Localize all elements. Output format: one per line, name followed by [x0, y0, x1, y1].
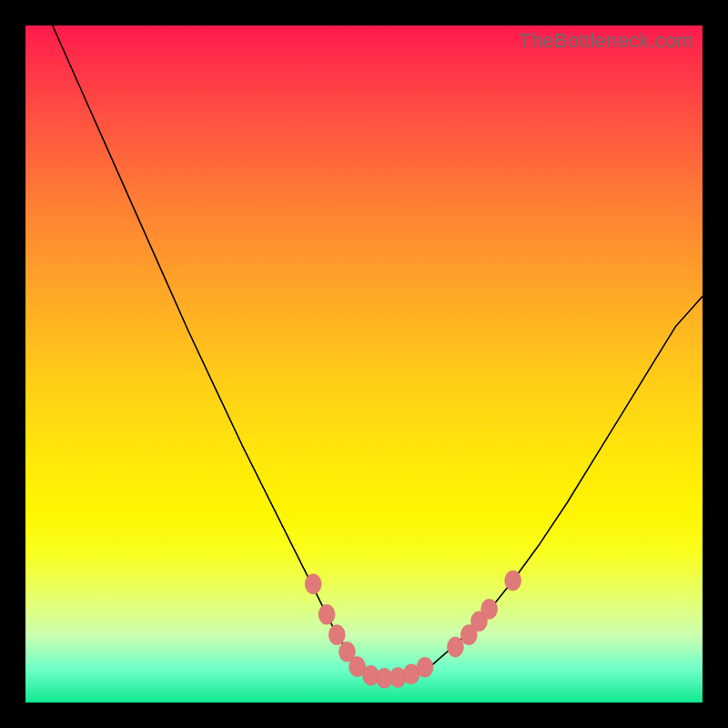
data-marker [505, 571, 521, 591]
bottleneck-curve [53, 25, 703, 679]
chart-svg [25, 25, 703, 703]
data-marker [329, 625, 345, 645]
markers-group [305, 571, 521, 688]
data-marker [417, 657, 433, 677]
data-marker [305, 574, 321, 594]
data-marker [481, 599, 498, 619]
data-marker [447, 637, 463, 657]
chart-frame: TheBottleneck.com [25, 25, 703, 703]
data-marker [318, 604, 335, 624]
